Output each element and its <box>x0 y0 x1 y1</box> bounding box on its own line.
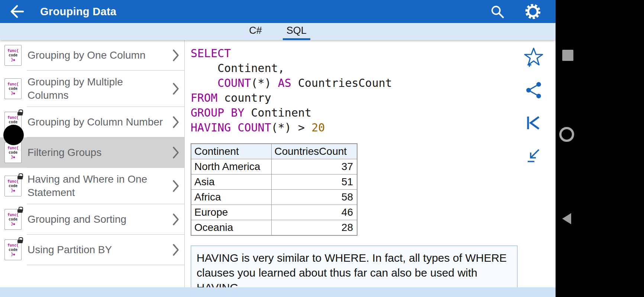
triangle-left-icon <box>562 213 571 224</box>
search-icon <box>489 4 505 19</box>
lock-icon <box>17 207 23 213</box>
search-button[interactable] <box>489 3 506 20</box>
table-cell: 58 <box>271 190 357 205</box>
square-icon <box>562 50 573 61</box>
lesson-item[interactable]: func{code}●Grouping and Sorting <box>0 204 184 235</box>
star-plus-icon <box>524 48 543 68</box>
back-button[interactable] <box>7 2 27 21</box>
lesson-item[interactable]: func{code}●Filtering Groups <box>0 137 184 168</box>
code-line: GROUP BY Continent <box>191 105 556 120</box>
back-arrow-icon <box>8 3 26 20</box>
table-cell: 28 <box>271 220 357 236</box>
code-file-icon: func{code}● <box>4 176 22 196</box>
settings-button[interactable] <box>524 2 542 21</box>
lock-icon <box>17 173 23 179</box>
lesson-label: Grouping by One Column <box>27 49 166 62</box>
nav-back-button[interactable] <box>562 213 571 224</box>
table-cell: North America <box>191 159 271 174</box>
code-line: SELECT <box>191 46 556 61</box>
android-nav-bar <box>556 0 644 297</box>
share-icon <box>525 81 543 99</box>
table-cell: 37 <box>271 159 357 174</box>
favorite-add-button[interactable] <box>524 48 544 68</box>
table-header-row: ContinentCountriesCount <box>191 144 357 159</box>
lesson-content: SELECT Continent, COUNT(*) AS CountriesC… <box>185 40 556 297</box>
app-screen: Grouping Data C# SQL func{code}●Grouping… <box>0 0 644 297</box>
code-file-icon: func{code}● <box>4 78 22 99</box>
code-line: HAVING COUNT(*) > 20 <box>191 120 556 135</box>
chevron-right-icon <box>172 116 179 128</box>
code-block: SELECT Continent, COUNT(*) AS CountriesC… <box>191 46 556 135</box>
code-line: FROM country <box>191 91 556 105</box>
lesson-label: Grouping by Multiple Columns <box>27 75 166 102</box>
table-row: Europe46 <box>191 205 357 220</box>
chevron-right-icon <box>172 146 179 159</box>
lesson-item[interactable]: func{code}●Grouping by Column Number <box>0 107 184 137</box>
code-file-icon: func{code}● <box>4 209 22 230</box>
tab-strip: C# SQL <box>0 23 556 40</box>
lesson-label: Using Partition BY <box>27 243 166 257</box>
lock-icon <box>17 237 23 243</box>
tab-sql[interactable]: SQL <box>283 23 310 40</box>
code-file-icon: func{code}● <box>4 239 22 260</box>
table-cell: 51 <box>271 174 357 190</box>
circle-icon <box>559 127 574 142</box>
table-cell: Asia <box>191 174 271 190</box>
result-table: ContinentCountriesCount North America37A… <box>191 143 357 236</box>
home-button[interactable] <box>559 127 574 142</box>
lesson-label: Grouping by Column Number <box>27 115 166 129</box>
lesson-item[interactable]: func{code}●Grouping by Multiple Columns <box>0 71 184 107</box>
lock-icon <box>17 110 23 115</box>
collapse-button[interactable] <box>524 146 544 166</box>
code-line: COUNT(*) AS CountriesCount <box>191 76 556 91</box>
lesson-item[interactable]: func{code}●Grouping by One Column <box>0 40 184 71</box>
action-rail <box>522 48 545 166</box>
share-button[interactable] <box>524 80 544 100</box>
code-file-icon: func{code}● <box>4 45 22 66</box>
lesson-label: Having and Where in One Statement <box>27 173 166 199</box>
table-row: Asia51 <box>191 174 357 190</box>
tab-csharp[interactable]: C# <box>245 23 266 40</box>
lesson-label: Filtering Groups <box>27 146 166 159</box>
table-row: Oceania28 <box>191 220 357 236</box>
chevron-right-icon <box>172 244 179 256</box>
chevron-right-icon <box>172 49 179 62</box>
table-cell: Oceania <box>191 220 271 236</box>
table-cell: Africa <box>191 190 271 205</box>
table-cell: Europe <box>191 205 271 220</box>
touch-pointer-overlay <box>3 125 24 145</box>
lesson-label: Grouping and Sorting <box>27 213 166 226</box>
skip-to-start-button[interactable] <box>524 113 544 133</box>
chevron-right-icon <box>172 180 179 192</box>
bottom-strip <box>0 287 556 297</box>
app-bar: Grouping Data <box>0 0 556 23</box>
lesson-item[interactable]: func{code}●Having and Where in One State… <box>0 168 184 204</box>
table-header-cell: CountriesCount <box>271 144 357 159</box>
page-title: Grouping Data <box>40 6 116 18</box>
table-row: Africa58 <box>191 190 357 205</box>
table-row: North America37 <box>191 159 357 174</box>
chevron-right-icon <box>172 213 179 226</box>
lesson-item[interactable]: func{code}●Using Partition BY <box>0 235 184 265</box>
table-cell: 46 <box>271 205 357 220</box>
lesson-list: func{code}●Grouping by One Columnfunc{co… <box>0 40 185 297</box>
gear-icon <box>524 3 542 20</box>
table-header-cell: Continent <box>191 144 271 159</box>
code-line: Continent, <box>191 61 556 76</box>
code-file-icon: func{code}● <box>4 142 22 163</box>
table-body: North America37Asia51Africa58Europe46Oce… <box>191 159 357 236</box>
skip-to-start-icon <box>525 115 542 131</box>
chevron-right-icon <box>172 82 179 95</box>
recents-button[interactable] <box>562 50 573 61</box>
arrow-down-left-icon <box>525 147 542 164</box>
